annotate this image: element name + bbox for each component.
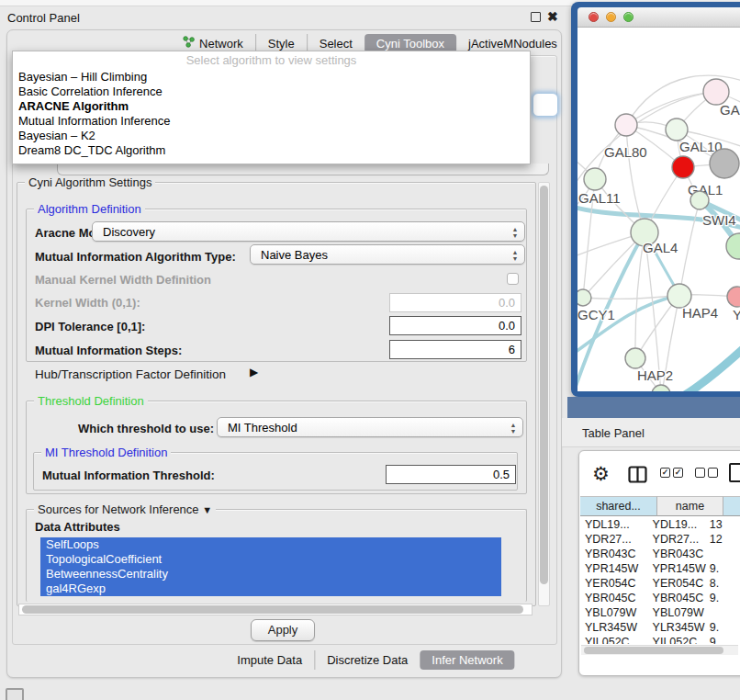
split-columns-icon[interactable] [628,466,647,487]
table-cell[interactable]: YIL052C [580,635,648,644]
table-cell[interactable]: 9. [706,561,738,576]
collapse-arrow-icon[interactable]: ▼ [202,504,212,515]
network-canvas[interactable]: GALGAL80GAL10GAL1GAL11SWI4GAL4GCY1HAP4YH… [577,28,740,391]
tab-infer-network-label: Infer Network [432,653,502,667]
select-all-checkboxes-icon[interactable]: ✓✓ [660,468,683,478]
table-cell[interactable]: YBR043C [580,547,648,561]
data-attributes-list[interactable]: SelfLoops TopologicalCoefficient Between… [40,537,501,600]
mi-threshold-field[interactable] [386,465,516,484]
dropdown-item[interactable]: Mutual Information Inference [13,114,530,129]
list-item[interactable]: TopologicalCoefficient [40,552,501,567]
table-row[interactable]: YER054CYER054C8. [580,576,738,591]
table-row[interactable]: YDR27...YDR27...12 [580,532,738,547]
table-cell[interactable]: YDL19... [648,517,706,532]
which-threshold-combobox[interactable]: MI Threshold ▲▼ [217,417,523,437]
aracne-mode-combobox[interactable]: Discovery ▲▼ [92,221,525,242]
scrollbar-thumb[interactable] [22,605,523,614]
network-node[interactable] [584,168,606,190]
table-cell[interactable]: YLR345W [580,620,648,635]
dropdown-item[interactable]: Basic Correlation Inference [13,85,530,99]
document-icon[interactable] [729,463,740,482]
settings-vertical-scrollbar[interactable] [538,182,550,606]
dpi-tolerance-field[interactable] [389,316,521,335]
network-node[interactable] [672,156,694,178]
tab-infer-network[interactable]: Infer Network [420,650,514,670]
dropdown-item[interactable]: Bayesian – Hill Climbing [13,70,530,85]
table-horizontal-scrollbar[interactable] [581,645,738,655]
table-row[interactable]: YLR345WYLR345W9. [580,620,738,635]
table-row[interactable]: YBL079WYBL079W [580,605,738,620]
network-edge[interactable] [678,327,740,391]
hub-definition-label[interactable]: Hub/Transcription Factor Definition [35,367,226,381]
tab-discretize-data[interactable]: Discretize Data [314,650,420,670]
close-traffic-light[interactable] [589,12,599,22]
dropdown-item-selected[interactable]: ARACNE Algorithm [13,99,530,114]
network-node[interactable] [690,191,709,209]
gear-icon[interactable]: ⚙ [592,464,610,484]
table-body[interactable]: YDL19...YDL19...13YDR27...YDR27...12YBR0… [580,517,738,644]
network-node[interactable] [625,348,645,368]
table-cell[interactable]: 9. [706,620,738,635]
network-window-titlebar[interactable] [577,7,740,28]
table-row[interactable]: YBR045CYBR045C9. [580,591,738,605]
network-node[interactable] [703,79,729,105]
kernel-width-field[interactable] [389,293,521,312]
deselect-all-checkboxes-icon[interactable] [695,468,718,478]
settings-horizontal-scrollbar[interactable] [18,604,533,615]
table-cell[interactable]: YBL079W [648,605,706,620]
network-node[interactable] [666,119,688,141]
table-row[interactable]: YBR043CYBR043C [580,547,738,561]
table-cell[interactable] [706,605,738,620]
table-cell[interactable]: 9. [706,591,738,605]
scrollbar-thumb[interactable] [540,186,548,584]
manual-kernel-width-checkbox[interactable] [507,273,519,285]
column-header-clipped[interactable] [723,496,740,516]
minimize-traffic-light[interactable] [606,12,616,22]
table-cell[interactable]: YLR345W [648,620,706,635]
list-item[interactable]: gal4RGexp [40,581,501,596]
dropdown-item[interactable]: Bayesian – K2 [13,129,530,143]
bottom-corner-button[interactable] [6,688,24,700]
table-cell[interactable]: YDR27... [648,532,706,547]
table-cell[interactable]: YDL19... [580,517,648,532]
network-edge[interactable] [679,200,700,295]
table-cell[interactable]: 8. [706,576,738,591]
table-cell[interactable]: YPR145W [580,561,647,576]
close-icon[interactable]: ✖ [547,9,558,24]
tab-impute-data[interactable]: Impute Data [225,650,314,670]
zoom-traffic-light[interactable] [623,12,633,22]
network-node[interactable] [577,289,591,306]
network-node[interactable] [726,233,740,259]
network-node[interactable] [615,114,637,136]
float-window-icon[interactable] [531,12,541,22]
table-cell[interactable]: YIL052C [648,635,706,644]
table-cell[interactable]: YPR145W [647,561,705,576]
apply-button[interactable]: Apply [251,619,315,641]
table-cell[interactable]: YER054C [580,576,648,591]
network-node[interactable] [710,149,739,178]
mi-algorithm-type-combobox[interactable]: Naive Bayes ▲▼ [250,244,525,265]
table-cell[interactable]: 12 [706,532,738,547]
sources-title[interactable]: Sources for Network Inference ▼ [34,502,216,516]
mi-steps-field[interactable] [389,340,521,359]
table-cell[interactable]: YER054C [648,576,706,591]
table-cell[interactable]: YDR27... [580,532,648,547]
table-cell[interactable]: 9. [706,635,738,644]
table-cell[interactable] [706,547,738,561]
scrollbar-thumb[interactable] [584,647,723,654]
table-row[interactable]: YIL052CYIL052C9. [580,635,738,644]
table-cell[interactable]: YBR045C [648,591,706,605]
expand-arrow-icon[interactable]: ▶ [250,366,258,378]
table-cell[interactable]: YBR045C [580,591,648,605]
table-cell[interactable]: YBL079W [580,605,648,620]
table-row[interactable]: YDL19...YDL19...13 [580,517,738,532]
dropdown-item[interactable]: Dream8 DC_TDC Algorithm [13,143,530,158]
table-row[interactable]: YPR145WYPR145W9. [580,561,738,576]
column-header-shared[interactable]: shared... [580,496,657,516]
list-item[interactable]: SelfLoops [40,537,501,552]
table-cell[interactable]: 13 [706,517,738,532]
column-header-name[interactable]: name [657,496,723,516]
network-node[interactable] [727,287,740,307]
list-item[interactable]: BetweennessCentrality [40,567,501,581]
table-cell[interactable]: YBR043C [648,547,706,561]
